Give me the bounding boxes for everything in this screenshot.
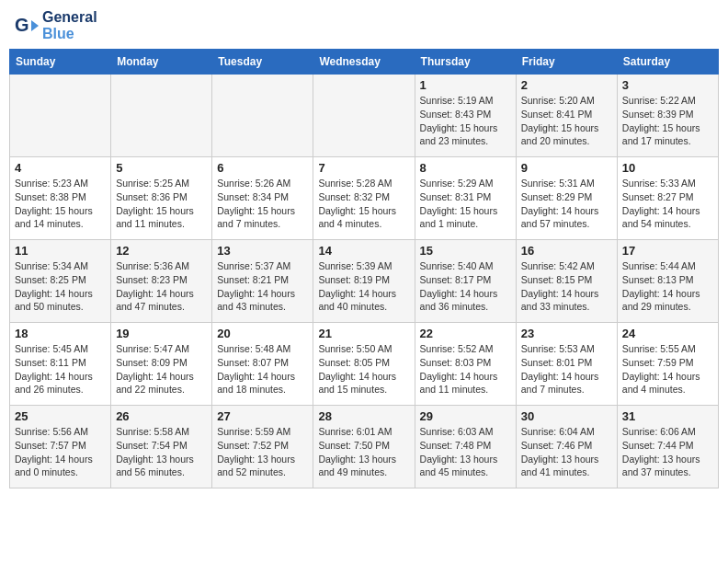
day-number: 17 [622, 244, 713, 258]
day-info: Daylight: 15 hours [116, 204, 207, 218]
day-info: Daylight: 13 hours [217, 453, 308, 466]
day-info: Daylight: 15 hours [420, 204, 511, 218]
day-info: Sunrise: 5:40 AM [420, 259, 511, 273]
day-info: and 7 minutes. [521, 383, 612, 396]
day-info: Sunrise: 5:34 AM [15, 259, 106, 273]
day-cell [212, 75, 313, 157]
day-info: Daylight: 14 hours [622, 287, 713, 301]
day-info: Sunset: 8:13 PM [622, 273, 713, 287]
day-number: 22 [420, 327, 511, 340]
day-cell [111, 75, 212, 157]
day-number: 12 [116, 244, 207, 258]
calendar-table: SundayMondayTuesdayWednesdayThursdayFrid… [9, 49, 719, 488]
day-info: Daylight: 13 hours [521, 453, 612, 466]
weekday-header-row: SundayMondayTuesdayWednesdayThursdayFrid… [10, 50, 719, 75]
day-info: Sunset: 7:52 PM [217, 439, 308, 453]
day-info: and 40 minutes. [318, 300, 409, 314]
day-info: Sunrise: 5:44 AM [622, 259, 713, 273]
day-info: Sunset: 8:36 PM [116, 190, 207, 204]
day-cell: 26Sunrise: 5:58 AMSunset: 7:54 PMDayligh… [111, 406, 212, 488]
day-cell: 4Sunrise: 5:23 AMSunset: 8:38 PMDaylight… [10, 157, 111, 240]
logo-line2: Blue [42, 26, 97, 42]
day-info: Sunrise: 6:06 AM [622, 425, 713, 439]
day-info: Sunrise: 5:31 AM [521, 177, 612, 190]
day-info: Daylight: 14 hours [318, 287, 409, 301]
day-info: Sunrise: 5:25 AM [116, 177, 207, 190]
day-cell: 17Sunrise: 5:44 AMSunset: 8:13 PMDayligh… [617, 240, 718, 323]
week-row-1: 1Sunrise: 5:19 AMSunset: 8:43 PMDaylight… [10, 75, 719, 157]
day-info: Sunset: 8:31 PM [420, 190, 511, 204]
day-info: and 49 minutes. [318, 465, 409, 479]
day-info: Sunrise: 5:55 AM [622, 342, 713, 356]
day-info: and 52 minutes. [217, 465, 308, 479]
day-info: Sunrise: 5:22 AM [622, 94, 713, 108]
day-info: Daylight: 15 hours [420, 121, 511, 135]
logo-icon: G [13, 13, 39, 39]
day-info: Daylight: 13 hours [420, 453, 511, 466]
weekday-monday: Monday [111, 50, 212, 75]
day-info: and 7 minutes. [217, 217, 308, 231]
day-info: Sunrise: 5:28 AM [318, 177, 409, 190]
week-row-3: 11Sunrise: 5:34 AMSunset: 8:25 PMDayligh… [10, 240, 719, 323]
day-info: and 57 minutes. [521, 217, 612, 231]
day-cell: 27Sunrise: 5:59 AMSunset: 7:52 PMDayligh… [212, 406, 313, 488]
day-cell: 16Sunrise: 5:42 AMSunset: 8:15 PMDayligh… [516, 240, 617, 323]
day-number: 3 [622, 78, 713, 92]
day-info: Daylight: 14 hours [318, 370, 409, 384]
day-cell: 19Sunrise: 5:47 AMSunset: 8:09 PMDayligh… [111, 323, 212, 406]
day-cell: 5Sunrise: 5:25 AMSunset: 8:36 PMDaylight… [111, 157, 212, 240]
day-info: Sunrise: 5:52 AM [420, 342, 511, 356]
logo: G General Blue [13, 9, 97, 41]
day-number: 8 [420, 161, 511, 175]
day-cell [10, 75, 111, 157]
day-info: and 37 minutes. [622, 465, 713, 479]
day-info: Sunrise: 5:47 AM [116, 342, 207, 356]
day-info: Sunset: 7:46 PM [521, 439, 612, 453]
day-info: Sunset: 8:23 PM [116, 273, 207, 287]
day-cell: 3Sunrise: 5:22 AMSunset: 8:39 PMDaylight… [617, 75, 718, 157]
day-number: 13 [217, 244, 308, 258]
day-number: 25 [15, 409, 106, 423]
day-info: Sunrise: 5:39 AM [318, 259, 409, 273]
week-row-5: 25Sunrise: 5:56 AMSunset: 7:57 PMDayligh… [10, 406, 719, 488]
day-info: Sunset: 8:17 PM [420, 273, 511, 287]
day-number: 1 [420, 78, 511, 92]
day-info: Daylight: 14 hours [15, 453, 106, 466]
day-number: 30 [521, 409, 612, 423]
day-number: 7 [318, 161, 409, 175]
day-cell: 28Sunrise: 6:01 AMSunset: 7:50 PMDayligh… [313, 406, 415, 488]
day-info: Sunset: 8:03 PM [420, 356, 511, 370]
day-info: Daylight: 14 hours [622, 370, 713, 384]
day-info: Daylight: 14 hours [622, 204, 713, 218]
day-info: Daylight: 15 hours [622, 121, 713, 135]
day-info: Sunrise: 5:45 AM [15, 342, 106, 356]
week-row-4: 18Sunrise: 5:45 AMSunset: 8:11 PMDayligh… [10, 323, 719, 406]
day-info: Sunset: 8:11 PM [15, 356, 106, 370]
day-number: 16 [521, 244, 612, 258]
day-info: and 1 minute. [420, 217, 511, 231]
day-cell: 7Sunrise: 5:28 AMSunset: 8:32 PMDaylight… [313, 157, 415, 240]
day-cell: 1Sunrise: 5:19 AMSunset: 8:43 PMDaylight… [415, 75, 516, 157]
day-info: and 20 minutes. [521, 134, 612, 148]
day-cell: 31Sunrise: 6:06 AMSunset: 7:44 PMDayligh… [617, 406, 718, 488]
day-number: 29 [420, 409, 511, 423]
day-info: Sunset: 8:09 PM [116, 356, 207, 370]
calendar-body: 1Sunrise: 5:19 AMSunset: 8:43 PMDaylight… [10, 75, 719, 488]
day-info: and 17 minutes. [622, 134, 713, 148]
day-info: Sunrise: 5:20 AM [521, 94, 612, 108]
weekday-tuesday: Tuesday [212, 50, 313, 75]
day-info: Sunset: 8:41 PM [521, 108, 612, 121]
day-info: Sunset: 8:15 PM [521, 273, 612, 287]
day-info: and 11 minutes. [116, 217, 207, 231]
day-info: Sunset: 7:59 PM [622, 356, 713, 370]
day-info: Sunset: 8:25 PM [15, 273, 106, 287]
day-cell: 25Sunrise: 5:56 AMSunset: 7:57 PMDayligh… [10, 406, 111, 488]
day-info: Sunset: 7:44 PM [622, 439, 713, 453]
day-number: 5 [116, 161, 207, 175]
day-cell: 29Sunrise: 6:03 AMSunset: 7:48 PMDayligh… [415, 406, 516, 488]
day-info: Sunrise: 5:59 AM [217, 425, 308, 439]
day-info: Sunset: 7:57 PM [15, 439, 106, 453]
day-info: Sunset: 8:05 PM [318, 356, 409, 370]
day-info: Sunrise: 5:26 AM [217, 177, 308, 190]
day-number: 18 [15, 327, 106, 340]
